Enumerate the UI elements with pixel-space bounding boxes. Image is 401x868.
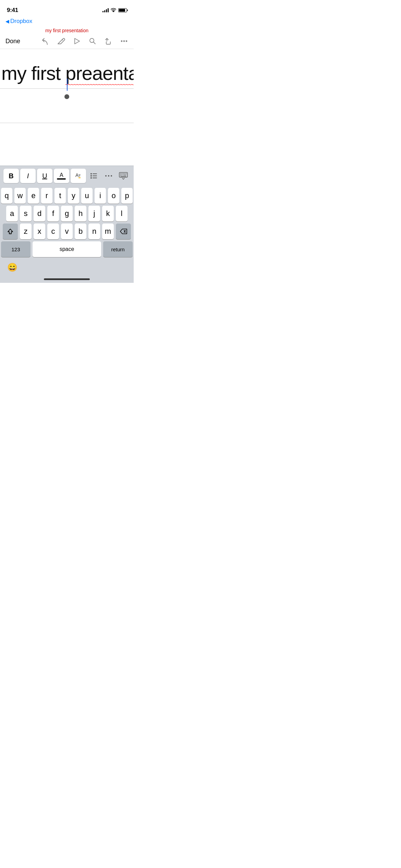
key-p[interactable]: p [121, 188, 133, 204]
key-i[interactable]: i [95, 188, 106, 204]
toolbar-icons [41, 37, 128, 45]
svg-point-14 [105, 175, 107, 177]
svg-point-12 [91, 176, 92, 176]
status-bar: 9:41 [0, 0, 134, 17]
bold-button[interactable]: B [3, 169, 19, 183]
italic-label: I [27, 172, 29, 180]
keyboard: q w e r t y u i o p a s d f g h j k l z … [0, 186, 134, 258]
key-f[interactable]: f [47, 206, 59, 221]
shift-key[interactable] [3, 224, 18, 239]
key-v[interactable]: v [61, 224, 73, 239]
document-title-row: my first presentation [0, 27, 134, 35]
svg-rect-7 [78, 177, 81, 178]
color-label: A [60, 172, 63, 178]
svg-point-16 [111, 175, 112, 177]
key-y[interactable]: y [68, 188, 79, 204]
key-q[interactable]: q [1, 188, 12, 204]
delete-key[interactable] [116, 224, 131, 239]
document-area[interactable]: my first preaentation [0, 49, 134, 166]
key-k[interactable]: k [102, 206, 114, 221]
key-a[interactable]: a [6, 206, 18, 221]
share-button[interactable] [104, 37, 112, 45]
key-u[interactable]: u [81, 188, 93, 204]
key-g[interactable]: g [61, 206, 73, 221]
key-c[interactable]: c [47, 224, 59, 239]
emoji-button[interactable]: 😄 [5, 261, 19, 274]
highlight-button[interactable]: A [71, 169, 86, 183]
highlight-label: A [74, 171, 83, 181]
hide-keyboard-button[interactable] [117, 169, 130, 183]
space-key[interactable]: space [33, 241, 101, 257]
key-o[interactable]: o [108, 188, 119, 204]
text-cursor [67, 79, 68, 91]
keyboard-row-4: 123 space return [0, 239, 134, 258]
underline-button[interactable]: U [37, 169, 52, 183]
key-t[interactable]: t [54, 188, 66, 204]
key-n[interactable]: n [88, 224, 100, 239]
back-button[interactable]: ◀ Dropbox [5, 18, 128, 25]
keyboard-extras: 😄 [0, 258, 134, 277]
document-text[interactable]: my first preaentation [0, 63, 132, 84]
key-e[interactable]: e [28, 188, 39, 204]
italic-button[interactable]: I [20, 169, 36, 183]
number-key[interactable]: 123 [1, 241, 31, 257]
svg-point-11 [91, 173, 92, 174]
svg-point-0 [113, 11, 114, 12]
cursor-line [0, 87, 134, 89]
play-button[interactable] [73, 37, 81, 45]
search-button[interactable] [88, 37, 97, 45]
chevron-left-icon: ◀ [5, 19, 9, 24]
nav-back[interactable]: ◀ Dropbox [0, 17, 134, 27]
more-button[interactable] [120, 37, 128, 45]
format-bar: B I U A A [0, 166, 134, 186]
home-indicator [0, 277, 134, 283]
text-color-button[interactable]: A [54, 169, 69, 183]
return-key[interactable]: return [103, 241, 133, 257]
home-bar [44, 278, 90, 280]
key-x[interactable]: x [34, 224, 45, 239]
undo-button[interactable] [41, 37, 49, 45]
svg-point-13 [91, 178, 92, 178]
key-b[interactable]: b [75, 224, 86, 239]
svg-point-15 [108, 175, 109, 177]
bold-label: B [9, 172, 13, 180]
document-title: my first presentation [45, 28, 88, 33]
signal-icon [102, 8, 109, 12]
second-line [0, 103, 134, 123]
keyboard-row-2: a s d f g h j k l [0, 204, 134, 221]
key-z[interactable]: z [20, 224, 32, 239]
svg-point-4 [124, 41, 125, 42]
svg-marker-1 [75, 38, 80, 44]
status-time: 9:41 [7, 7, 18, 14]
status-icons [102, 8, 127, 13]
svg-text:A: A [75, 172, 79, 178]
done-button[interactable]: Done [5, 38, 20, 45]
key-d[interactable]: d [34, 206, 45, 221]
color-bar [57, 178, 66, 180]
key-l[interactable]: l [116, 206, 127, 221]
misspelled-word: preaentation [65, 62, 134, 84]
key-r[interactable]: r [41, 188, 52, 204]
key-h[interactable]: h [75, 206, 86, 221]
underline-label: U [42, 172, 47, 180]
list-button[interactable] [87, 169, 101, 183]
annotate-button[interactable] [57, 37, 65, 45]
wifi-icon [111, 8, 116, 13]
battery-icon [118, 8, 127, 12]
key-w[interactable]: w [14, 188, 26, 204]
format-more-button[interactable] [102, 169, 116, 183]
key-j[interactable]: j [88, 206, 100, 221]
back-label: Dropbox [10, 18, 32, 25]
key-m[interactable]: m [102, 224, 114, 239]
keyboard-row-1: q w e r t y u i o p [0, 186, 134, 204]
cursor-handle[interactable] [64, 94, 69, 99]
keyboard-row-3: z x c v b n m [0, 221, 134, 239]
toolbar: Done [0, 35, 134, 49]
svg-point-3 [121, 41, 122, 42]
toolbar-left: Done [5, 38, 20, 45]
key-s[interactable]: s [20, 206, 32, 221]
svg-point-5 [126, 41, 127, 42]
